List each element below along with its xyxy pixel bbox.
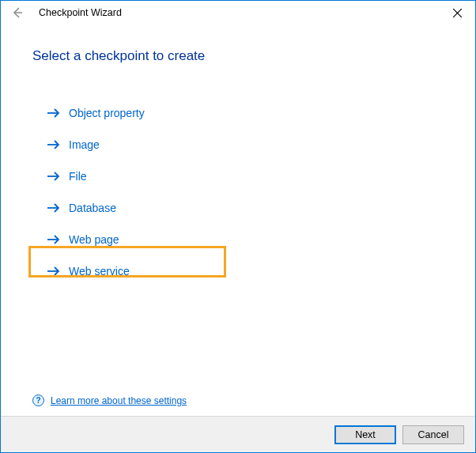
- option-label: Database: [69, 202, 116, 214]
- help-icon: ?: [32, 394, 44, 406]
- option-label: Web service: [69, 265, 130, 277]
- arrow-right-icon: [47, 264, 61, 278]
- option-label: Image: [69, 138, 100, 151]
- checkpoint-options: Object property Image File Database: [42, 97, 444, 287]
- help-link[interactable]: Learn more about these settings: [51, 395, 187, 406]
- arrow-right-icon: [47, 138, 61, 152]
- wizard-window: Checkpoint Wizard Select a checkpoint to…: [0, 0, 476, 453]
- window-title: Checkpoint Wizard: [39, 7, 122, 18]
- arrow-right-icon: [47, 201, 61, 215]
- close-icon: [453, 9, 462, 17]
- option-object-property[interactable]: Object property: [42, 97, 444, 129]
- close-button[interactable]: [440, 1, 475, 25]
- content-area: Select a checkpoint to create Object pro…: [1, 25, 475, 416]
- option-image[interactable]: Image: [42, 129, 444, 160]
- arrow-right-icon: [47, 232, 61, 247]
- titlebar: Checkpoint Wizard: [1, 1, 475, 25]
- cancel-button[interactable]: Cancel: [402, 425, 464, 444]
- help-row: ? Learn more about these settings: [32, 394, 187, 406]
- arrow-left-icon: [11, 6, 24, 19]
- arrow-right-icon: [47, 169, 61, 183]
- option-web-page[interactable]: Web page: [42, 224, 444, 255]
- option-database[interactable]: Database: [42, 192, 444, 224]
- next-button[interactable]: Next: [334, 425, 396, 444]
- back-button[interactable]: [6, 1, 29, 25]
- option-label: File: [69, 170, 87, 183]
- footer: Next Cancel: [1, 416, 475, 452]
- option-web-service[interactable]: Web service: [42, 255, 444, 287]
- option-label: Web page: [69, 233, 119, 246]
- option-file[interactable]: File: [42, 160, 444, 192]
- option-label: Object property: [69, 107, 145, 119]
- page-heading: Select a checkpoint to create: [32, 48, 444, 64]
- arrow-right-icon: [47, 106, 61, 120]
